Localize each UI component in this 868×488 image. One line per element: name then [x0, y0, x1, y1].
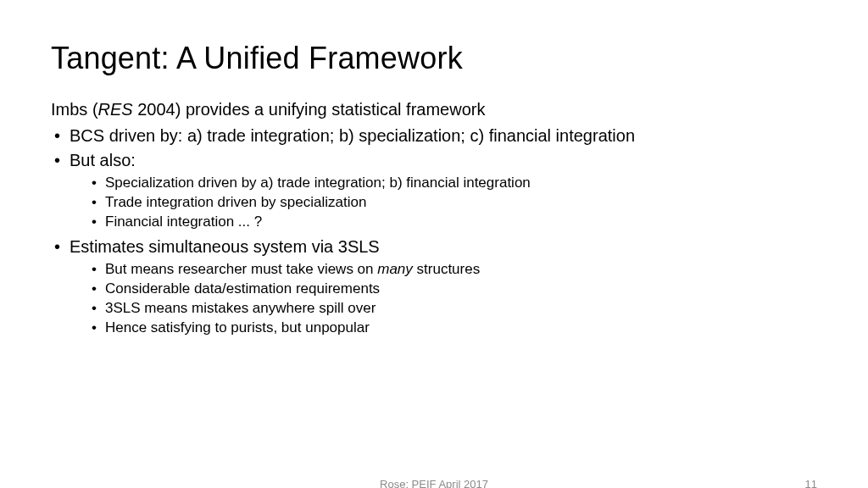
slide-title: Tangent: A Unified Framework: [51, 41, 817, 76]
page-number: 11: [805, 478, 817, 488]
b3s1-prefix: But means researcher must take views on: [105, 261, 377, 277]
bullet-2-sub-1: Specialization driven by a) trade integr…: [90, 174, 817, 193]
intro-line: Imbs (RES 2004) provides a unifying stat…: [51, 100, 817, 119]
b3s1-italic: many: [377, 261, 413, 277]
bullet-3-sub-3: 3SLS means mistakes anywhere spill over: [90, 299, 817, 319]
bullet-3: Estimates simultaneous system via 3SLS B…: [51, 236, 817, 338]
bullet-2-sublist: Specialization driven by a) trade integr…: [70, 174, 817, 232]
bullet-2-sub-2: Trade integration driven by specializati…: [90, 193, 817, 213]
bullet-2: But also: Specialization driven by a) tr…: [51, 149, 817, 232]
bullet-1: BCS driven by: a) trade integration; b) …: [51, 125, 817, 147]
bullet-2-text: But also:: [70, 151, 136, 169]
footer-center: Rose: PEIF April 2017: [380, 478, 488, 488]
bullet-2-sub-3: Financial integration ... ?: [90, 213, 817, 232]
bullet-3-sub-4: Hence satisfying to purists, but unpopul…: [90, 319, 817, 338]
b3s1-suffix: structures: [413, 261, 480, 277]
bullet-3-sub-1: But means researcher must take views on …: [90, 260, 817, 280]
slide-content: Tangent: A Unified Framework Imbs (RES 2…: [0, 0, 868, 338]
bullet-3-sub-2: Considerable data/estimation requirement…: [90, 280, 817, 299]
intro-suffix: 2004) provides a unifying statistical fr…: [133, 100, 486, 119]
intro-italic: RES: [98, 100, 133, 119]
bullet-3-sublist: But means researcher must take views on …: [70, 260, 817, 338]
bullet-list: BCS driven by: a) trade integration; b) …: [51, 125, 817, 338]
bullet-3-text: Estimates simultaneous system via 3SLS: [70, 237, 380, 256]
intro-prefix: Imbs (: [51, 100, 98, 119]
